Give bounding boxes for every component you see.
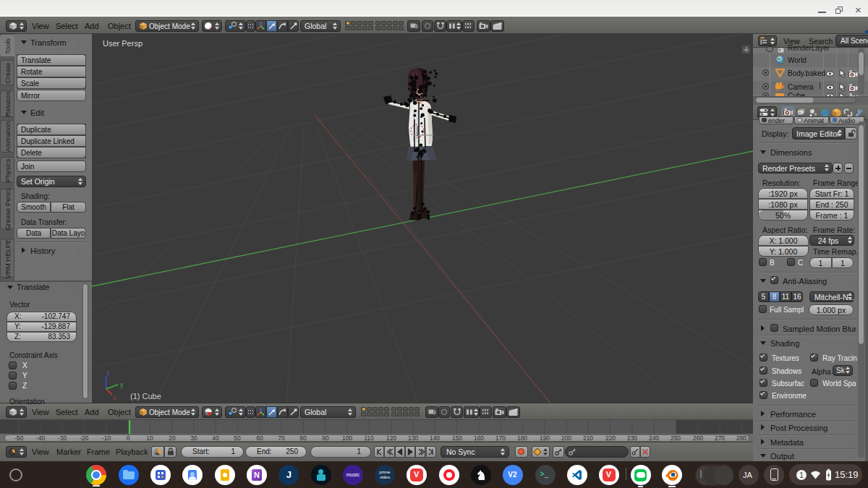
svg-text:x: x — [113, 395, 116, 402]
svg-text:z: z — [106, 369, 110, 377]
svg-text:y: y — [120, 381, 124, 388]
